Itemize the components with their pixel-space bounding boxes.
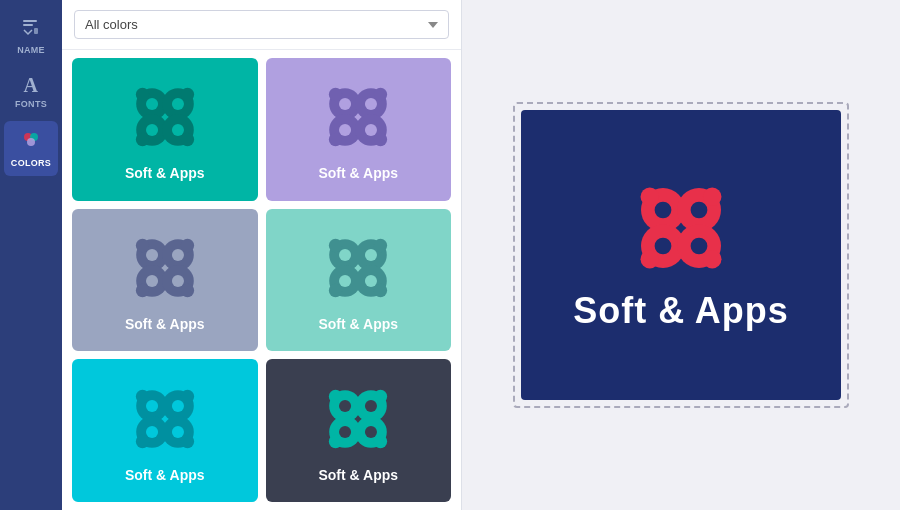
- card-icon: [322, 383, 394, 459]
- svg-point-27: [374, 88, 387, 101]
- card-label: Soft & Apps: [125, 165, 205, 181]
- svg-point-26: [329, 88, 342, 101]
- card-icon: [322, 232, 394, 308]
- color-filter-select[interactable]: All colors Light Dark Warm Cool: [74, 10, 449, 39]
- svg-rect-1: [23, 24, 33, 26]
- logo-card[interactable]: Soft & Apps: [72, 359, 258, 502]
- svg-point-89: [703, 250, 721, 268]
- middle-panel: All colors Light Dark Warm Cool Soft & A…: [62, 0, 462, 510]
- svg-point-14: [136, 88, 149, 101]
- svg-rect-2: [34, 28, 38, 34]
- sidebar-item-fonts[interactable]: A FONTS: [4, 67, 58, 117]
- svg-point-39: [181, 239, 194, 252]
- svg-point-62: [136, 390, 149, 403]
- preview-logo-icon: [616, 178, 746, 278]
- logo-card[interactable]: Soft & Apps: [72, 58, 258, 201]
- preview-box[interactable]: Soft & Apps: [521, 110, 841, 400]
- svg-point-47: [339, 275, 351, 287]
- svg-point-25: [365, 124, 377, 136]
- svg-point-55: [146, 400, 158, 412]
- svg-point-86: [641, 188, 659, 206]
- sidebar-fonts-label: FONTS: [15, 99, 47, 109]
- svg-point-37: [172, 275, 184, 287]
- filter-bar: All colors Light Dark Warm Cool: [62, 0, 461, 50]
- svg-point-81: [691, 202, 708, 219]
- logo-card[interactable]: Soft & Apps: [266, 58, 452, 201]
- svg-point-73: [365, 426, 377, 438]
- svg-point-35: [146, 275, 158, 287]
- sidebar-colors-label: COLORS: [11, 158, 51, 168]
- svg-point-5: [27, 138, 35, 146]
- svg-point-43: [339, 249, 351, 261]
- card-label: Soft & Apps: [125, 316, 205, 332]
- svg-point-69: [365, 400, 377, 412]
- svg-point-40: [136, 284, 149, 297]
- name-icon: [20, 16, 42, 41]
- svg-point-21: [365, 98, 377, 110]
- svg-point-7: [146, 98, 158, 110]
- svg-point-64: [136, 434, 149, 447]
- svg-point-9: [172, 98, 184, 110]
- svg-point-28: [329, 133, 342, 146]
- svg-point-17: [181, 133, 194, 146]
- preview-panel: Soft & Apps: [462, 0, 900, 510]
- svg-point-67: [339, 400, 351, 412]
- card-label: Soft & Apps: [318, 467, 398, 483]
- svg-point-71: [339, 426, 351, 438]
- card-icon: [129, 81, 201, 157]
- svg-point-87: [703, 188, 721, 206]
- svg-point-11: [146, 124, 158, 136]
- card-label: Soft & Apps: [318, 316, 398, 332]
- sidebar-item-colors[interactable]: COLORS: [4, 121, 58, 176]
- svg-point-23: [339, 124, 351, 136]
- svg-point-31: [146, 249, 158, 261]
- svg-point-49: [365, 275, 377, 287]
- svg-point-16: [136, 133, 149, 146]
- svg-point-19: [339, 98, 351, 110]
- colors-icon: [20, 129, 42, 154]
- logo-card[interactable]: Soft & Apps: [72, 209, 258, 352]
- svg-point-83: [655, 238, 672, 255]
- sidebar-item-name[interactable]: NAME: [4, 8, 58, 63]
- svg-point-41: [181, 284, 194, 297]
- logo-grid: Soft & AppsSoft & AppsSoft & AppsSoft & …: [62, 50, 461, 510]
- svg-point-76: [329, 434, 342, 447]
- card-label: Soft & Apps: [125, 467, 205, 483]
- sidebar: NAME A FONTS COLORS: [0, 0, 62, 510]
- svg-point-15: [181, 88, 194, 101]
- svg-point-57: [172, 400, 184, 412]
- svg-point-29: [374, 133, 387, 146]
- svg-point-79: [655, 202, 672, 219]
- svg-point-88: [641, 250, 659, 268]
- svg-point-52: [329, 284, 342, 297]
- svg-point-77: [374, 434, 387, 447]
- card-icon: [322, 81, 394, 157]
- svg-point-85: [691, 238, 708, 255]
- svg-rect-0: [23, 20, 37, 22]
- preview-text: Soft & Apps: [573, 290, 789, 332]
- svg-point-75: [374, 390, 387, 403]
- card-icon: [129, 383, 201, 459]
- svg-point-51: [374, 239, 387, 252]
- svg-point-61: [172, 426, 184, 438]
- svg-point-50: [329, 239, 342, 252]
- card-icon: [129, 232, 201, 308]
- logo-card[interactable]: Soft & Apps: [266, 209, 452, 352]
- svg-point-38: [136, 239, 149, 252]
- svg-point-53: [374, 284, 387, 297]
- card-label: Soft & Apps: [318, 165, 398, 181]
- svg-point-63: [181, 390, 194, 403]
- svg-point-59: [146, 426, 158, 438]
- svg-point-13: [172, 124, 184, 136]
- svg-point-74: [329, 390, 342, 403]
- fonts-icon: A: [24, 75, 39, 95]
- sidebar-name-label: NAME: [17, 45, 45, 55]
- svg-point-33: [172, 249, 184, 261]
- svg-point-65: [181, 434, 194, 447]
- svg-point-45: [365, 249, 377, 261]
- logo-card[interactable]: Soft & Apps: [266, 359, 452, 502]
